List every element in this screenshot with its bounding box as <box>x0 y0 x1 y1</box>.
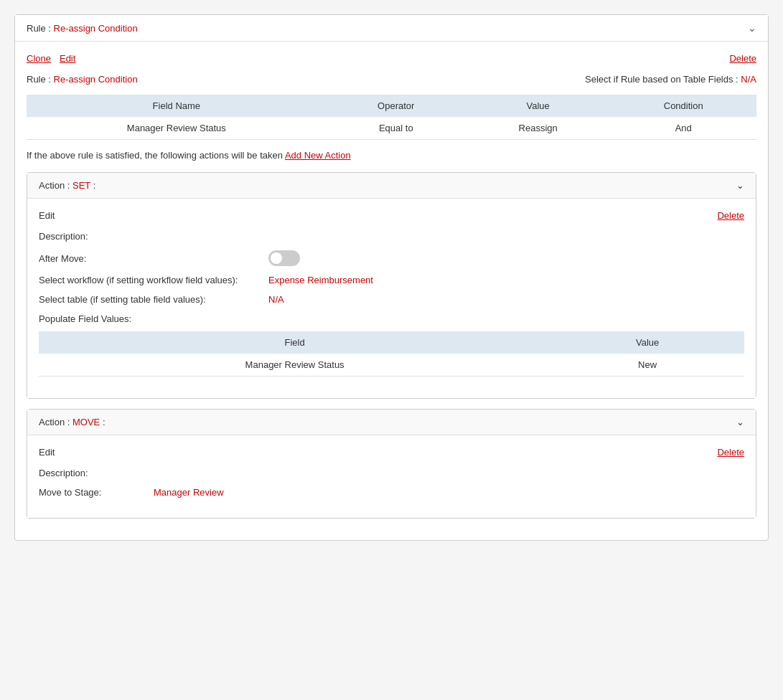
after-move-toggle[interactable] <box>268 250 300 266</box>
move-description-label: Description: <box>39 468 268 478</box>
conditions-cell: Equal to <box>327 117 466 140</box>
action-set-prefix: Action : <box>39 180 72 191</box>
populate-label: Populate Field Values: <box>39 313 744 324</box>
rule-meta-left: Rule : Re-assign Condition <box>27 74 138 85</box>
after-move-row: After Move: <box>39 250 744 266</box>
action-move-body: Edit Delete Description: Move to Stage: … <box>27 435 756 518</box>
workflow-row: Select workflow (if setting workflow fie… <box>39 275 744 285</box>
populate-cell: New <box>550 354 744 377</box>
satisfied-text-content: If the above rule is satisfied, the foll… <box>27 150 283 161</box>
rule-body: Clone Edit Delete Rule : Re-assign Condi… <box>15 42 768 540</box>
rule-header-prefix: Rule : <box>27 23 54 34</box>
action-move-header[interactable]: Action : MOVE : ⌄ <box>27 410 756 435</box>
populate-col-field: Field <box>39 331 550 354</box>
populate-cell: Manager Review Status <box>39 354 550 377</box>
action-set-body: Edit Delete Description: After Move: Sel… <box>27 199 756 398</box>
action-set-delete-link[interactable]: Delete <box>717 210 744 221</box>
move-to-row: Move to Stage: Manager Review <box>39 487 744 498</box>
clone-link[interactable]: Clone <box>27 53 51 64</box>
action-set-title: Action : SET : <box>39 180 95 191</box>
action-set-collapse-icon[interactable]: ⌄ <box>736 180 744 191</box>
description-row: Description: <box>39 231 744 242</box>
rule-card: Rule : Re-assign Condition ⌄ Clone Edit … <box>14 14 769 541</box>
conditions-cell: Reassign <box>466 117 611 140</box>
action-set-edit-link[interactable]: Edit <box>39 210 55 221</box>
workflow-label: Select workflow (if setting workflow fie… <box>39 275 268 285</box>
workflow-value[interactable]: Expense Reimbursement <box>268 275 373 285</box>
action-move-collapse-icon[interactable]: ⌄ <box>736 417 744 427</box>
action-set-suffix: : <box>90 180 95 191</box>
action-move-edit-row: Edit Delete <box>39 447 744 458</box>
rule-meta-right-prefix: Select if Rule based on Table Fields : <box>585 74 741 85</box>
after-move-label: After Move: <box>39 253 268 264</box>
rule-meta-link[interactable]: Re-assign Condition <box>54 74 138 85</box>
rule-meta: Rule : Re-assign Condition Select if Rul… <box>27 74 756 85</box>
rule-collapse-icon[interactable]: ⌄ <box>748 22 756 34</box>
move-description-row: Description: <box>39 468 744 478</box>
col-condition: Condition <box>610 95 756 117</box>
action-move-type-link[interactable]: MOVE <box>72 417 100 427</box>
populate-table: Field Value Manager Review StatusNew <box>39 331 744 377</box>
rule-header-title: Rule : Re-assign Condition <box>27 23 138 34</box>
action-set-type-link[interactable]: SET <box>72 180 90 191</box>
table-row-field: Select table (if setting table field val… <box>39 294 744 305</box>
rule-table-fields-value[interactable]: N/A <box>741 74 756 85</box>
rule-action-links: Clone Edit Delete <box>27 53 756 64</box>
col-operator: Operator <box>327 95 466 117</box>
populate-col-value: Value <box>550 331 744 354</box>
conditions-table: Field Name Operator Value Condition Mana… <box>27 95 756 140</box>
action-move-suffix: : <box>100 417 105 427</box>
conditions-cell: Manager Review Status <box>27 117 327 140</box>
rule-meta-prefix: Rule : <box>27 74 54 85</box>
move-to-value[interactable]: Manager Review <box>154 487 224 498</box>
satisfied-text: If the above rule is satisfied, the foll… <box>27 150 756 161</box>
rule-meta-right: Select if Rule based on Table Fields : N… <box>585 74 756 85</box>
col-value: Value <box>466 95 611 117</box>
col-field-name: Field Name <box>27 95 327 117</box>
add-new-action-link[interactable]: Add New Action <box>285 150 351 161</box>
action-set-edit-row: Edit Delete <box>39 210 744 221</box>
action-move-delete-link[interactable]: Delete <box>717 447 744 458</box>
conditions-cell: And <box>610 117 756 140</box>
action-set-section: Action : SET : ⌄ Edit Delete Description… <box>27 172 756 399</box>
description-label: Description: <box>39 231 268 242</box>
move-to-label: Move to Stage: <box>39 487 154 498</box>
rule-header[interactable]: Rule : Re-assign Condition ⌄ <box>15 15 768 42</box>
action-move-edit-link[interactable]: Edit <box>39 447 55 458</box>
edit-link[interactable]: Edit <box>60 53 75 64</box>
action-move-prefix: Action : <box>39 417 72 427</box>
rule-header-link[interactable]: Re-assign Condition <box>54 23 138 34</box>
toggle-slider <box>268 250 300 266</box>
table-field-value: N/A <box>268 294 284 305</box>
delete-link[interactable]: Delete <box>729 53 756 64</box>
table-field-label: Select table (if setting table field val… <box>39 294 268 305</box>
action-set-header[interactable]: Action : SET : ⌄ <box>27 173 756 199</box>
action-move-section: Action : MOVE : ⌄ Edit Delete Descriptio… <box>27 409 756 519</box>
action-move-title: Action : MOVE : <box>39 417 106 427</box>
